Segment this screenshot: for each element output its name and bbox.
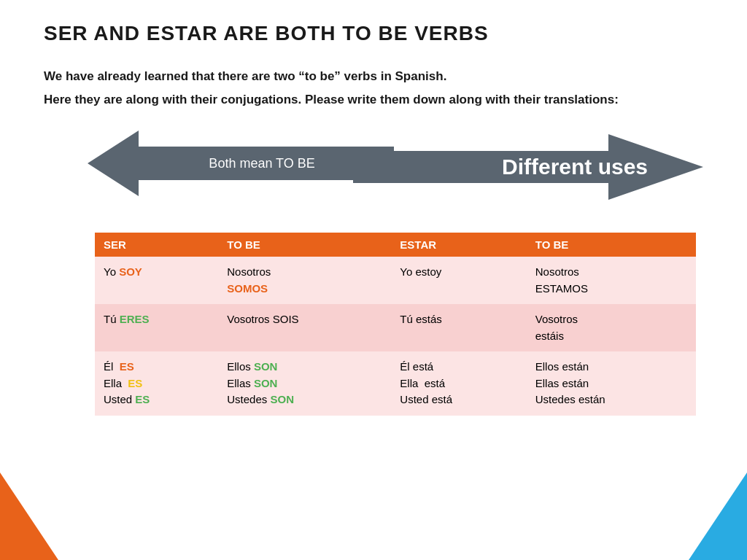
table-row: Yo SOY NosotrosSOMOS Yo estoy NosotrosES… bbox=[95, 257, 696, 304]
left-arrow: Both mean TO BE bbox=[88, 131, 394, 203]
ser-ella-verb: ES bbox=[128, 377, 142, 389]
ser-third: Él ES Ella ES Usted ES bbox=[95, 351, 218, 416]
ser-tu: Tú ERES bbox=[95, 304, 218, 351]
ser-yo: Yo SOY bbox=[95, 257, 218, 304]
ser-yo-verb: SOY bbox=[119, 265, 142, 278]
header-to-be-ser: TO BE bbox=[218, 233, 391, 257]
estar-ellos: Ellos están Ellas están Ustedes están bbox=[527, 351, 696, 416]
intro-line2: Here they are along with their conjugati… bbox=[44, 90, 703, 109]
left-arrow-text: Both mean TO BE bbox=[209, 156, 314, 171]
header-ser: SER bbox=[95, 233, 218, 257]
intro-line1: We have already learned that there are t… bbox=[44, 67, 703, 86]
right-arrow-text: Different uses bbox=[502, 155, 648, 179]
right-arrow: Different uses bbox=[353, 131, 703, 203]
estar-yo: Yo estoy bbox=[391, 257, 526, 304]
header-to-be-estar: TO BE bbox=[527, 233, 696, 257]
ser-usted-verb: ES bbox=[135, 393, 150, 405]
table-row: Tú ERES Vosotros SOIS Tú estás Vosotrose… bbox=[95, 304, 696, 351]
arrows-section: Both mean TO BE Different uses bbox=[44, 123, 703, 218]
conjugation-table-wrapper: SER TO BE ESTAR TO BE Yo SOY NosotrosSOM… bbox=[95, 233, 696, 416]
ser-vosotros: Vosotros SOIS bbox=[218, 304, 391, 351]
ser-ellos-verb: SON bbox=[254, 360, 278, 373]
estar-nosotros: NosotrosESTAMOS bbox=[527, 257, 696, 304]
ser-el-verb: ES bbox=[120, 360, 134, 373]
page: SER AND ESTAR ARE BOTH TO BE VERBS We ha… bbox=[0, 0, 747, 560]
page-title: SER AND ESTAR ARE BOTH TO BE VERBS bbox=[44, 22, 703, 45]
estar-vosotros: Vosotrosestáis bbox=[527, 304, 696, 351]
ser-ellos: Ellos SON Ellas SON Ustedes SON bbox=[218, 351, 391, 416]
corner-decoration-orange bbox=[0, 472, 58, 560]
table-row: Él ES Ella ES Usted ES Ellos SON Ellas S… bbox=[95, 351, 696, 416]
ser-ustedes-verb: SON bbox=[270, 393, 294, 405]
conjugation-table: SER TO BE ESTAR TO BE Yo SOY NosotrosSOM… bbox=[95, 233, 696, 416]
header-estar: ESTAR bbox=[391, 233, 526, 257]
ser-nosotros: NosotrosSOMOS bbox=[218, 257, 391, 304]
ser-nosotros-verb: SOMOS bbox=[227, 282, 268, 295]
corner-decoration-blue bbox=[689, 472, 747, 560]
ser-tu-verb: ERES bbox=[120, 313, 150, 325]
ser-ellas-verb: SON bbox=[254, 377, 278, 389]
estar-tu: Tú estás bbox=[391, 304, 526, 351]
estar-third: Él está Ella está Usted está bbox=[391, 351, 526, 416]
